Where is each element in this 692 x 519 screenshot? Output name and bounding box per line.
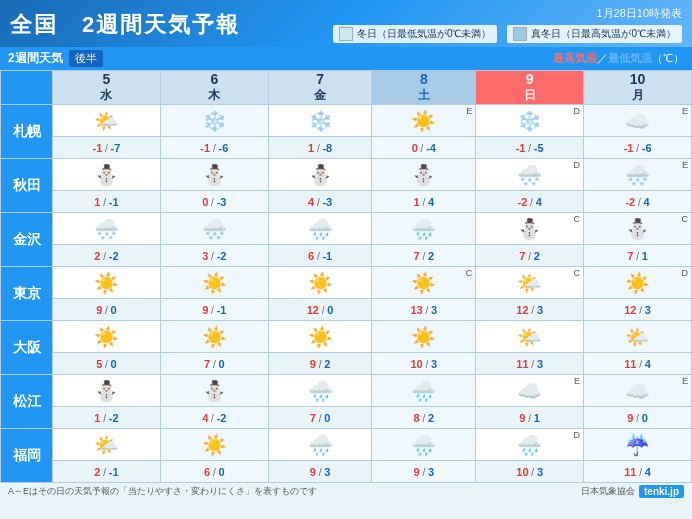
temp-cell-札幌-day2: 1 / -8 bbox=[268, 137, 372, 159]
temp-high: 12 bbox=[307, 304, 319, 316]
weather-icon-cell-東京-day5: D☀️ bbox=[584, 267, 692, 299]
temp-cell-金沢-day5: 7 / 1 bbox=[584, 245, 692, 267]
weather-icon-cell-松江-day1: ⛄ bbox=[160, 375, 268, 407]
temp-low: 2 bbox=[324, 358, 330, 370]
weather-icon: ☀️ bbox=[373, 325, 474, 349]
weather-icon-cell-大阪-day0: ☀️ bbox=[53, 321, 161, 353]
city-temp-row-秋田: 1 / -10 / -34 / -31 / 4-2 / 4-2 / 4 bbox=[1, 191, 692, 213]
temp-cell-大阪-day0: 5 / 0 bbox=[53, 353, 161, 375]
legend: 冬日（日最低気温が0℃未満） 真冬日（日最高気温が0℃未満） bbox=[333, 25, 682, 43]
temp-low: -1 bbox=[109, 196, 119, 208]
weather-icon: ⛄ bbox=[162, 163, 267, 187]
temp-low: -2 bbox=[217, 250, 227, 262]
temp-low: -1 bbox=[217, 304, 227, 316]
day-header-10: 10月 bbox=[584, 71, 692, 105]
weather-icon-cell-福岡-day1: ☀️ bbox=[160, 429, 268, 461]
temp-high: 11 bbox=[624, 466, 636, 478]
temp-low: -6 bbox=[642, 142, 652, 154]
header-right: 1月28日10時発表 冬日（日最低気温が0℃未満） 真冬日（日最高気温が0℃未満… bbox=[333, 6, 682, 43]
weather-icon-cell-大阪-day5: 🌤️ bbox=[584, 321, 692, 353]
weather-icon: 🌤️ bbox=[54, 109, 159, 133]
city-temp-row-大阪: 5 / 07 / 09 / 210 / 311 / 311 / 4 bbox=[1, 353, 692, 375]
tenki-logo: tenki.jp bbox=[639, 485, 684, 498]
city-icon-row-東京: 東京☀️☀️☀️C☀️C🌤️D☀️ bbox=[1, 267, 692, 299]
temp-high: 11 bbox=[516, 358, 528, 370]
temp-cell-札幌-day3: 0 / -4 bbox=[372, 137, 476, 159]
weather-icon: ☀️ bbox=[585, 271, 690, 295]
temp-cell-福岡-day2: 9 / 3 bbox=[268, 461, 372, 483]
temp-cell-松江-day2: 7 / 0 bbox=[268, 407, 372, 429]
weather-icon-cell-大阪-day1: ☀️ bbox=[160, 321, 268, 353]
weather-icon: 🌤️ bbox=[477, 271, 582, 295]
day-header-9: 9日 bbox=[476, 71, 584, 105]
weather-icon-cell-東京-day3: C☀️ bbox=[372, 267, 476, 299]
legend-fuyu-box bbox=[339, 27, 353, 41]
legend-mafuyu-label: 真冬日（日最高気温が0℃未満） bbox=[531, 27, 676, 41]
temp-low: -1 bbox=[109, 466, 119, 478]
reliability-badge: D bbox=[574, 160, 581, 170]
temp-cell-金沢-day3: 7 / 2 bbox=[372, 245, 476, 267]
temp-high: 13 bbox=[410, 304, 422, 316]
temp-low: -4 bbox=[426, 142, 436, 154]
temp-low: 3 bbox=[537, 466, 543, 478]
weather-icon-cell-金沢-day3: 🌧️ bbox=[372, 213, 476, 245]
weather-icon: ⛄ bbox=[477, 217, 582, 241]
reliability-badge: D bbox=[574, 106, 581, 116]
weather-icon-cell-金沢-day2: 🌧️ bbox=[268, 213, 372, 245]
header: 全国 2週間天気予報 1月28日10時発表 冬日（日最低気温が0℃未満） 真冬日… bbox=[0, 0, 692, 47]
temp-low: 3 bbox=[431, 358, 437, 370]
temp-cell-秋田-day1: 0 / -3 bbox=[160, 191, 268, 213]
weather-icon: 🌧️ bbox=[270, 433, 371, 457]
weather-icon: 🌧️ bbox=[477, 433, 582, 457]
weather-icon-cell-秋田-day3: ⛄ bbox=[372, 159, 476, 191]
temp-low: -2 bbox=[217, 412, 227, 424]
legend-mafuyu: 真冬日（日最高気温が0℃未満） bbox=[507, 25, 682, 43]
weather-icon-cell-松江-day0: ⛄ bbox=[53, 375, 161, 407]
temp-low: -6 bbox=[218, 142, 228, 154]
temp-low: 2 bbox=[428, 412, 434, 424]
reliability-badge: C bbox=[682, 214, 689, 224]
temp-cell-松江-day5: 9 / 0 bbox=[584, 407, 692, 429]
temp-cell-松江-day3: 8 / 2 bbox=[372, 407, 476, 429]
city-icon-row-松江: 松江⛄⛄🌧️🌧️E☁️E☁️ bbox=[1, 375, 692, 407]
city-temp-row-福岡: 2 / -16 / 09 / 39 / 310 / 311 / 4 bbox=[1, 461, 692, 483]
footer-note-text: A～Eはその日の天気予報の「当たりやすさ・変わりにくさ」を表すものです bbox=[8, 485, 317, 498]
temp-low: -3 bbox=[217, 196, 227, 208]
weather-icon-cell-金沢-day1: 🌨️ bbox=[160, 213, 268, 245]
weather-icon-cell-松江-day5: E☁️ bbox=[584, 375, 692, 407]
weather-icon: ❄️ bbox=[477, 109, 582, 133]
weather-icon-cell-福岡-day0: 🌤️ bbox=[53, 429, 161, 461]
temp-low: 3 bbox=[431, 304, 437, 316]
temp-low: 3 bbox=[428, 466, 434, 478]
weather-icon: 🌧️ bbox=[373, 433, 474, 457]
legend-mafuyu-box bbox=[513, 27, 527, 41]
temp-low: -2 bbox=[109, 412, 119, 424]
temp-low: -7 bbox=[111, 142, 121, 154]
weather-icon-cell-松江-day3: 🌧️ bbox=[372, 375, 476, 407]
temp-low: -5 bbox=[534, 142, 544, 154]
temp-cell-札幌-day0: -1 / -7 bbox=[53, 137, 161, 159]
temp-low: 3 bbox=[324, 466, 330, 478]
weather-icon-cell-金沢-day0: 🌨️ bbox=[53, 213, 161, 245]
weather-icon: ☀️ bbox=[373, 271, 474, 295]
temp-cell-福岡-day1: 6 / 0 bbox=[160, 461, 268, 483]
temp-cell-秋田-day3: 1 / 4 bbox=[372, 191, 476, 213]
weather-icon: ☀️ bbox=[270, 325, 371, 349]
temp-high: 12 bbox=[516, 304, 528, 316]
temp-low: 0 bbox=[111, 358, 117, 370]
weather-icon: ⛄ bbox=[373, 163, 474, 187]
temp-cell-東京-day4: 12 / 3 bbox=[476, 299, 584, 321]
weather-icon: ☀️ bbox=[270, 271, 371, 295]
day-header-7: 7金 bbox=[268, 71, 372, 105]
temp-cell-大阪-day3: 10 / 3 bbox=[372, 353, 476, 375]
weather-icon: ☀️ bbox=[162, 433, 267, 457]
temp-cell-大阪-day1: 7 / 0 bbox=[160, 353, 268, 375]
temp-cell-秋田-day5: -2 / 4 bbox=[584, 191, 692, 213]
temp-low: -2 bbox=[109, 250, 119, 262]
temp-high: -1 bbox=[200, 142, 210, 154]
weather-icon-cell-札幌-day5: E☁️ bbox=[584, 105, 692, 137]
temp-low: 3 bbox=[645, 304, 651, 316]
weather-icon-cell-東京-day4: C🌤️ bbox=[476, 267, 584, 299]
temp-low: 4 bbox=[536, 196, 542, 208]
city-label-松江: 松江 bbox=[1, 375, 53, 429]
